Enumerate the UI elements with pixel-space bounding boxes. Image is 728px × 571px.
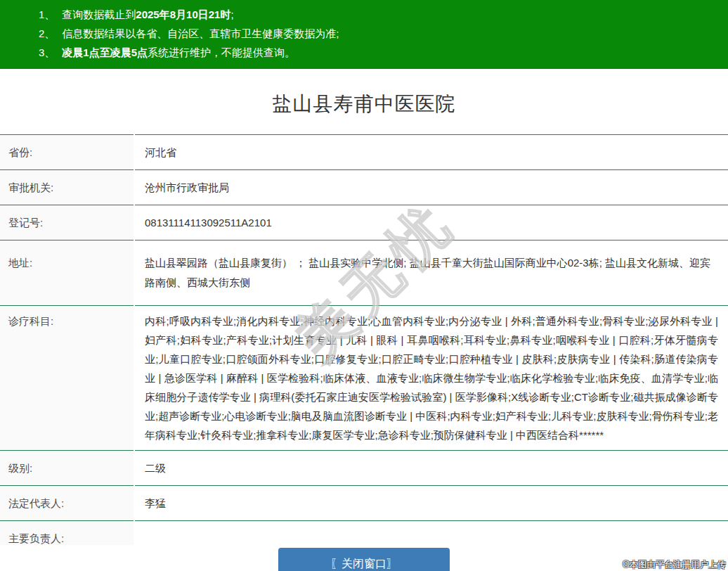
table-row-registration-number: 登记号: 08131114113092511A2101 [0,205,728,240]
notice-number: 3、 [39,46,55,58]
hospital-info-table: 省份: 河北省 审批机关: 沧州市行政审批局 登记号: 081311141130… [0,134,728,556]
field-label: 审批机关: [0,169,134,205]
field-label: 登记号: [0,205,134,240]
footer-bar: 〖关闭窗口〗 ©本图由平台注册用户上传 [0,545,728,571]
notice-text: 查询数据截止到 [62,8,136,20]
notice-text: ; [230,8,233,20]
copyright-watermark: ©本图由平台注册用户上传 [623,559,726,571]
field-value: 08131114113092511A2101 [135,205,728,240]
field-value: 盐山县翠园路（盐山县康复街） ； 盐山县实验中学北侧; 盐山县千童大街盐山国际商… [135,240,728,305]
notice-text-bold: 2025年8月10日21时 [136,8,230,20]
notice-number: 2、 [39,27,55,39]
notice-line-2: 2、信息数据结果以各省、自治区、直辖市卫生健康委数据为准; [0,24,728,43]
notice-text-bold: 凌晨1点至凌晨5点 [62,46,148,58]
field-value: 河北省 [135,134,728,169]
field-label: 省份: [0,134,134,169]
query-result-page: 1、查询数据截止到2025年8月10日21时; 2、信息数据结果以各省、自治区、… [0,0,728,571]
field-value: 内科;呼吸内科专业;消化内科专业;神经内科专业;心血管内科专业;内分泌专业 | … [135,305,728,450]
notice-line-1: 1、查询数据截止到2025年8月10日21时; [0,5,728,24]
field-value: 沧州市行政审批局 [135,169,728,205]
close-window-button[interactable]: 〖关闭窗口〗 [278,548,450,571]
table-row-approval-authority: 审批机关: 沧州市行政审批局 [0,169,728,205]
field-label: 地址: [0,240,134,305]
table-row-province: 省份: 河北省 [0,134,728,169]
page-title: 盐山县寿甫中医医院 [0,91,728,117]
field-value: 二级 [135,450,728,485]
table-row-medical-subjects: 诊疗科目: 内科;呼吸内科专业;消化内科专业;神经内科专业;心血管内科专业;内分… [0,305,728,450]
field-value: 李猛 [135,485,728,520]
table-row-legal-representative: 法定代表人: 李猛 [0,485,728,520]
field-label: 级别: [0,450,134,485]
table-row-level: 级别: 二级 [0,450,728,485]
notice-banner: 1、查询数据截止到2025年8月10日21时; 2、信息数据结果以各省、自治区、… [0,0,728,69]
notice-text: 系统进行维护，不能提供查询。 [148,46,295,58]
table-row-address: 地址: 盐山县翠园路（盐山县康复街） ； 盐山县实验中学北侧; 盐山县千童大街盐… [0,240,728,305]
notice-number: 1、 [39,8,55,20]
field-label: 诊疗科目: [0,305,134,450]
notice-line-3: 3、凌晨1点至凌晨5点系统进行维护，不能提供查询。 [0,43,728,62]
field-label: 法定代表人: [0,485,134,520]
notice-text: 信息数据结果以各省、自治区、直辖市卫生健康委数据为准; [62,27,339,39]
